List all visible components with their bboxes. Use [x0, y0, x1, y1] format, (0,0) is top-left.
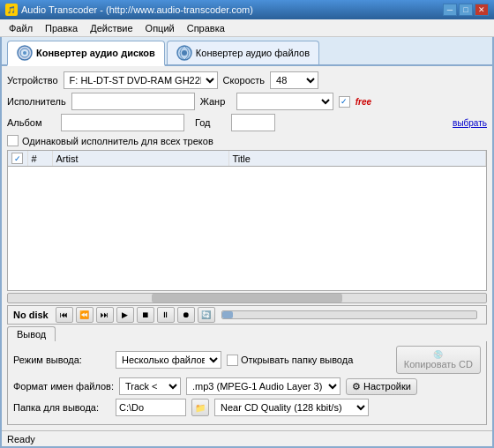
- menu-options[interactable]: Опций: [140, 21, 180, 35]
- playback-record-btn[interactable]: ⏺: [177, 307, 195, 323]
- output-section: Режим вывода: Несколько файлов Открывать…: [7, 341, 487, 425]
- playback-rewind-btn[interactable]: ⏪: [76, 307, 94, 323]
- artist-input[interactable]: [71, 93, 195, 110]
- device-label: Устройство: [7, 75, 58, 86]
- folder-label: Папка для вывода:: [13, 402, 110, 413]
- playback-play-btn[interactable]: ▶: [116, 307, 134, 323]
- album-input[interactable]: [61, 114, 184, 131]
- status-nodisk-bar: No disk ⏮ ⏪ ⏭ ▶ ⏹ ⏸ ⏺ 🔄: [7, 305, 487, 325]
- open-folder-check-row: Открывать папку вывода: [227, 355, 353, 366]
- same-artist-checkbox[interactable]: [7, 135, 19, 146]
- copy-cd-label: Копировать CD: [404, 359, 473, 370]
- horizontal-scrollbar[interactable]: [7, 293, 487, 303]
- output-mode-select[interactable]: Несколько файлов: [116, 351, 221, 369]
- settings-icon: ⚙: [352, 381, 361, 392]
- cover-checkbox[interactable]: ✓: [339, 96, 350, 108]
- playback-prev-btn[interactable]: ⏮: [56, 307, 73, 323]
- output-tab-label[interactable]: Вывод: [7, 326, 56, 341]
- col-header-title: Title: [228, 151, 486, 167]
- menu-action[interactable]: Действие: [85, 21, 138, 35]
- folder-path-input[interactable]: [116, 399, 186, 416]
- menu-file[interactable]: Файл: [4, 21, 38, 35]
- free-badge: free: [356, 97, 371, 107]
- svg-point-6: [182, 50, 187, 56]
- cd-disk-icon: [17, 45, 33, 61]
- year-input[interactable]: [231, 114, 275, 131]
- settings-label: Настройки: [363, 381, 411, 392]
- artist-row: Исполнитель Жанр ✓ free: [7, 93, 487, 110]
- close-button[interactable]: ✕: [475, 4, 489, 16]
- content-area: Устройство F: HL-DT-ST DVD-RAM GH22LP20 …: [2, 66, 492, 430]
- nodisk-label: No disk: [13, 310, 49, 320]
- title-bar-left: 🎵 Audio Transcoder - (http://www.audio-t…: [5, 4, 253, 16]
- filename-format-select[interactable]: Track <: [119, 377, 181, 395]
- playback-next-btn[interactable]: ⏭: [96, 307, 114, 323]
- playback-pause-btn[interactable]: ⏸: [157, 307, 175, 323]
- tab-audio-disks[interactable]: Конвертер аудио дисков: [7, 41, 165, 66]
- playback-controls: ⏮ ⏪ ⏭ ▶ ⏹ ⏸ ⏺ 🔄: [56, 307, 481, 323]
- menu-edit[interactable]: Правка: [40, 21, 83, 35]
- main-window: Конвертер аудио дисков Конвертер аудио ф…: [0, 37, 494, 448]
- title-controls: ─ □ ✕: [443, 4, 489, 16]
- main-tabs: Конвертер аудио дисков Конвертер аудио ф…: [2, 37, 492, 66]
- same-artist-row: Одинаковый исполнитель для всех треков: [7, 135, 487, 146]
- col-header-num: #: [27, 151, 52, 167]
- select-all-checkbox[interactable]: ✓: [11, 153, 23, 164]
- open-folder-checkbox[interactable]: [227, 355, 238, 366]
- same-artist-label: Одинаковый исполнитель для всех треков: [22, 136, 213, 146]
- playback-progress[interactable]: [221, 310, 477, 319]
- col-header-check: ✓: [8, 151, 27, 167]
- col-header-artist: Artist: [52, 151, 228, 167]
- svg-point-3: [18, 46, 32, 60]
- progress-thumb: [222, 311, 233, 318]
- album-row: Альбом Год выбрать: [7, 114, 487, 131]
- year-label: Год: [195, 117, 226, 128]
- choose-link[interactable]: выбрать: [453, 118, 487, 128]
- app-icon: 🎵: [5, 4, 18, 16]
- output-mode-row: Режим вывода: Несколько файлов Открывать…: [13, 346, 481, 374]
- track-table-container: ✓ # Artist Title: [7, 150, 487, 291]
- device-row: Устройство F: HL-DT-ST DVD-RAM GH22LP20 …: [7, 71, 487, 89]
- artist-label: Исполнитель: [7, 96, 66, 107]
- output-tabs: Вывод: [7, 326, 487, 341]
- tab-audio-files-label: Конвертер аудио файлов: [196, 48, 310, 58]
- album-label: Альбом: [7, 117, 56, 128]
- minimize-button[interactable]: ─: [443, 4, 457, 16]
- playback-stop-btn[interactable]: ⏹: [137, 307, 154, 323]
- file-icon: [176, 45, 192, 61]
- tab-audio-disks-label: Конвертер аудио дисков: [36, 48, 155, 58]
- open-folder-label: Открывать папку вывода: [241, 355, 353, 365]
- browse-folder-button[interactable]: 📁: [191, 399, 209, 416]
- genre-label: Жанр: [200, 96, 231, 107]
- tab-audio-files[interactable]: Конвертер аудио файлов: [167, 41, 319, 64]
- settings-button[interactable]: ⚙ Настройки: [346, 378, 417, 395]
- device-select[interactable]: F: HL-DT-ST DVD-RAM GH22LP20 2.00: [64, 71, 218, 89]
- window-title: Audio Transcoder - (http://www.audio-tra…: [21, 4, 253, 15]
- playback-repeat-btn[interactable]: 🔄: [198, 307, 215, 323]
- title-bar: 🎵 Audio Transcoder - (http://www.audio-t…: [0, 0, 494, 19]
- audio-format-select[interactable]: .mp3 (MPEG-1 Audio Layer 3): [186, 377, 341, 395]
- filename-label: Формат имен файлов:: [13, 381, 114, 392]
- genre-select[interactable]: [236, 93, 333, 110]
- output-filename-row: Формат имен файлов: Track < .mp3 (MPEG-1…: [13, 377, 481, 395]
- maximize-button[interactable]: □: [459, 4, 473, 16]
- menu-help[interactable]: Справка: [182, 21, 230, 35]
- track-table: ✓ # Artist Title: [8, 151, 486, 167]
- menu-bar: Файл Правка Действие Опций Справка: [0, 19, 494, 37]
- bottom-status: Ready: [2, 430, 492, 446]
- output-mode-label: Режим вывода:: [13, 355, 110, 365]
- copy-cd-button[interactable]: 💿 Копировать CD: [396, 346, 481, 374]
- scrollbar-thumb: [152, 294, 343, 302]
- status-text: Ready: [7, 434, 35, 444]
- quality-select[interactable]: Near CD Quality (128 kbit/s): [214, 399, 369, 416]
- speed-label: Скорость: [223, 75, 266, 86]
- speed-select[interactable]: 48: [270, 71, 318, 89]
- output-folder-row: Папка для вывода: 📁 Near CD Quality (128…: [13, 399, 481, 416]
